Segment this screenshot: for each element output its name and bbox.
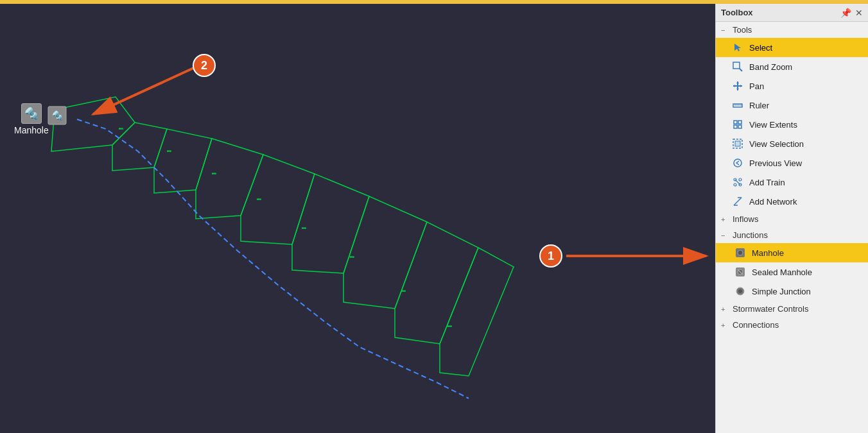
tool-ruler-label: Ruler bbox=[749, 101, 863, 110]
svg-text:🔩: 🔩 bbox=[52, 110, 64, 121]
tool-view-selection[interactable]: View Selection bbox=[716, 134, 868, 153]
badge-1: 1 bbox=[539, 244, 562, 267]
svg-marker-30 bbox=[740, 85, 742, 87]
toolbox-body: − Tools Select Band Zoom bbox=[716, 22, 868, 433]
view-selection-icon bbox=[731, 137, 744, 150]
add-network-icon bbox=[731, 195, 744, 208]
svg-point-45 bbox=[739, 178, 742, 181]
svg-rect-39 bbox=[738, 125, 742, 128]
toolbox-header: Toolbox 📌 ✕ bbox=[716, 4, 868, 22]
svg-marker-28 bbox=[736, 89, 739, 90]
svg-marker-8 bbox=[440, 248, 514, 376]
stormwater-toggle-icon: + bbox=[721, 305, 730, 313]
section-inflows-label: Inflows bbox=[733, 214, 758, 224]
add-train-icon bbox=[731, 176, 744, 189]
svg-marker-27 bbox=[736, 81, 739, 83]
tool-add-network[interactable]: Add Network bbox=[716, 192, 868, 211]
tool-view-extents-label: View Extents bbox=[749, 120, 863, 130]
toolbox-header-icons: 📌 ✕ bbox=[840, 8, 863, 18]
svg-text:...: ... bbox=[302, 224, 306, 230]
sealed-manhole-icon bbox=[734, 266, 747, 278]
manhole-canvas-icon: 🔩 bbox=[21, 103, 42, 124]
svg-point-44 bbox=[734, 183, 736, 186]
main-area: ... ... ... ... ... ... ... ... 🔩 bbox=[0, 4, 868, 433]
close-icon[interactable]: ✕ bbox=[855, 8, 863, 18]
section-stormwater-label: Stormwater Controls bbox=[733, 304, 808, 314]
svg-text:...: ... bbox=[447, 322, 452, 328]
svg-text:...: ... bbox=[167, 147, 171, 153]
select-icon bbox=[731, 41, 744, 54]
tool-previous-view-label: Previous View bbox=[749, 158, 863, 168]
svg-point-42 bbox=[734, 159, 742, 167]
pan-icon bbox=[731, 80, 744, 92]
network-drawing: ... ... ... ... ... ... ... ... 🔩 bbox=[0, 4, 715, 433]
tool-add-train-label: Add Train bbox=[749, 178, 863, 187]
tool-select[interactable]: Select bbox=[716, 38, 868, 57]
tool-band-zoom[interactable]: Band Zoom bbox=[716, 57, 868, 76]
junction-manhole-label: Manhole bbox=[752, 248, 784, 258]
svg-text:...: ... bbox=[257, 195, 261, 201]
tool-ruler[interactable]: Ruler bbox=[716, 96, 868, 115]
junction-simple[interactable]: Simple Junction bbox=[716, 282, 868, 301]
tool-view-extents[interactable]: View Extents bbox=[716, 115, 868, 134]
svg-text:...: ... bbox=[212, 169, 216, 175]
manhole-junction-icon bbox=[734, 246, 747, 259]
section-connections-label: Connections bbox=[733, 320, 779, 330]
tool-pan-label: Pan bbox=[749, 81, 863, 91]
svg-marker-2 bbox=[154, 129, 212, 193]
section-junctions-label: Junctions bbox=[733, 230, 768, 240]
tool-view-selection-label: View Selection bbox=[749, 139, 863, 149]
band-zoom-icon bbox=[731, 60, 744, 73]
canvas-area[interactable]: ... ... ... ... ... ... ... ... 🔩 bbox=[0, 4, 715, 433]
svg-text:...: ... bbox=[401, 287, 406, 293]
tool-select-label: Select bbox=[749, 43, 863, 53]
badge-2: 2 bbox=[193, 54, 216, 77]
tool-band-zoom-label: Band Zoom bbox=[749, 62, 863, 72]
section-junctions[interactable]: − Junctions bbox=[716, 227, 868, 243]
svg-rect-37 bbox=[738, 121, 742, 124]
tool-pan[interactable]: Pan bbox=[716, 76, 868, 96]
pin-icon[interactable]: 📌 bbox=[840, 8, 851, 18]
svg-rect-36 bbox=[734, 121, 737, 124]
svg-point-52 bbox=[738, 250, 743, 255]
previous-view-icon bbox=[731, 157, 744, 169]
toolbox-panel: Toolbox 📌 ✕ − Tools Select bbox=[715, 4, 868, 433]
svg-point-57 bbox=[738, 289, 742, 293]
tool-previous-view[interactable]: Previous View bbox=[716, 153, 868, 173]
svg-marker-4 bbox=[241, 155, 315, 244]
section-inflows[interactable]: + Inflows bbox=[716, 211, 868, 227]
junction-sealed-manhole-label: Sealed Manhole bbox=[752, 267, 812, 277]
svg-text:...: ... bbox=[350, 253, 354, 259]
tool-add-network-label: Add Network bbox=[749, 197, 863, 207]
svg-rect-23 bbox=[733, 62, 740, 69]
svg-marker-3 bbox=[196, 139, 263, 219]
svg-line-48 bbox=[734, 198, 742, 205]
tools-toggle-icon: − bbox=[721, 26, 730, 34]
manhole-label: 🔩 Manhole bbox=[14, 103, 49, 135]
svg-line-24 bbox=[740, 69, 742, 71]
junctions-toggle-icon: − bbox=[721, 232, 730, 239]
section-stormwater[interactable]: + Stormwater Controls bbox=[716, 301, 868, 317]
junction-simple-label: Simple Junction bbox=[752, 287, 811, 296]
connections-toggle-icon: + bbox=[721, 321, 730, 329]
svg-marker-7 bbox=[395, 222, 478, 344]
junction-sealed-manhole[interactable]: Sealed Manhole bbox=[716, 262, 868, 282]
manhole-canvas-text: Manhole bbox=[14, 125, 49, 135]
section-tools-label: Tools bbox=[733, 25, 752, 35]
svg-marker-29 bbox=[733, 85, 735, 87]
junction-manhole[interactable]: Manhole bbox=[716, 243, 868, 262]
toolbox-title: Toolbox bbox=[721, 8, 753, 17]
svg-text:...: ... bbox=[119, 124, 123, 130]
inflows-toggle-icon: + bbox=[721, 216, 730, 223]
svg-marker-6 bbox=[343, 196, 427, 309]
tool-add-train[interactable]: Add Train bbox=[716, 173, 868, 192]
svg-rect-38 bbox=[734, 125, 737, 128]
section-tools[interactable]: − Tools bbox=[716, 22, 868, 38]
simple-junction-icon bbox=[734, 285, 747, 298]
section-connections[interactable]: + Connections bbox=[716, 317, 868, 333]
svg-rect-41 bbox=[735, 141, 740, 146]
view-extents-icon bbox=[731, 118, 744, 131]
ruler-icon bbox=[731, 99, 744, 112]
